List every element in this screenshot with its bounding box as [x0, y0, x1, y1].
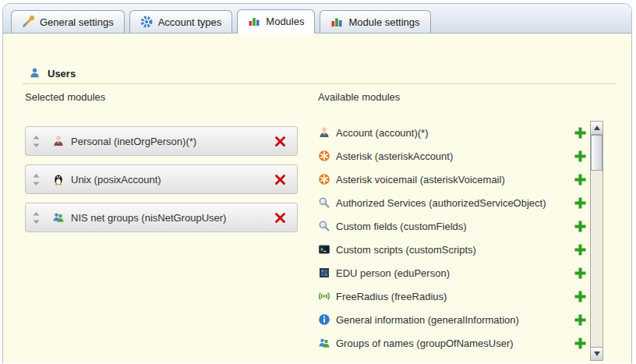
tab-bar: General settings Account types: [3, 4, 631, 34]
available-modules-list: Account (account)(*): [318, 121, 586, 355]
tab-label: General settings: [40, 16, 114, 28]
add-module-button[interactable]: [574, 127, 586, 139]
available-module-label: Groups of names (groupOfNamesUser): [336, 337, 514, 349]
available-module-label: Custom fields (customFields): [336, 221, 467, 232]
available-module-label: Account (account)(*): [336, 127, 429, 139]
tab-label: Module settings: [348, 16, 419, 28]
scroll-down-button[interactable]: [591, 347, 602, 360]
tab-label: Modules: [266, 16, 304, 27]
group-icon: [52, 211, 65, 224]
tab-general-settings[interactable]: General settings: [11, 10, 125, 33]
tab-modules[interactable]: Modules: [237, 9, 315, 34]
selected-module-row: Unix (posixAccount): [25, 164, 298, 194]
available-module-row: Custom fields (customFields): [318, 214, 586, 238]
drag-handle-icon[interactable]: [33, 136, 40, 147]
available-module-label: Asterisk (asteriskAccount): [336, 150, 453, 162]
available-module-row: EDU person (eduPerson): [318, 261, 586, 284]
available-module-label: FreeRadius (freeRadius): [336, 291, 447, 302]
radio-waves-icon: [318, 290, 330, 302]
drag-handle-icon[interactable]: [33, 174, 40, 186]
add-module-button[interactable]: [574, 291, 586, 302]
tab-module-settings[interactable]: Module settings: [320, 10, 430, 33]
tux-icon: [52, 173, 65, 186]
asterisk-icon: [318, 150, 330, 162]
available-module-row: Account (account)(*): [318, 121, 586, 144]
available-module-label: Asterisk voicemail (asteriskVoicemail): [336, 174, 505, 186]
selected-modules-heading: Selected modules: [25, 91, 105, 103]
available-module-label: Custom scripts (customScripts): [336, 244, 476, 256]
add-module-button[interactable]: [574, 337, 586, 349]
users-section-heading: Users: [29, 67, 76, 80]
add-module-button[interactable]: [574, 314, 586, 326]
available-module-row: Groups of names (groupOfNamesUser): [318, 331, 586, 355]
info-icon: [318, 313, 330, 326]
add-module-button[interactable]: [574, 197, 586, 209]
terminal-icon: [318, 243, 330, 256]
arrow-down-icon: [594, 352, 600, 356]
remove-module-button[interactable]: [274, 174, 286, 186]
asterisk-icon: [318, 173, 330, 186]
selected-modules-list: Personal (inetOrgPerson)(*): [25, 126, 298, 241]
account-icon: [318, 126, 330, 139]
selected-module-row: Personal (inetOrgPerson)(*): [25, 126, 298, 156]
available-module-row: General information (generalInformation): [318, 308, 586, 331]
scrollbar-thumb[interactable]: [591, 135, 602, 171]
user-icon: [29, 67, 41, 80]
tools-icon: [22, 16, 34, 28]
add-module-button[interactable]: [574, 267, 586, 279]
magnifier-icon: [318, 196, 330, 209]
person-icon: [52, 135, 65, 147]
gear-icon: [140, 16, 153, 28]
group-icon: [318, 337, 330, 349]
available-module-label: Authorized Services (authorizedServiceOb…: [336, 197, 546, 209]
section-title: Users: [48, 68, 76, 80]
available-module-label: EDU person (eduPerson): [336, 267, 450, 279]
arrow-up-icon: [594, 125, 600, 130]
users-separator: [23, 83, 616, 84]
selected-module-label: Unix (posixAccount): [71, 174, 161, 186]
selected-module-label: Personal (inetOrgPerson)(*): [71, 136, 196, 147]
config-panel: General settings Account types: [2, 3, 632, 363]
tab-label: Account types: [158, 16, 222, 28]
add-module-button[interactable]: [574, 244, 586, 256]
remove-module-button[interactable]: [274, 212, 286, 224]
available-module-row: Custom scripts (customScripts): [318, 238, 586, 261]
add-module-button[interactable]: [574, 174, 586, 186]
add-module-button[interactable]: [574, 150, 586, 162]
drag-handle-icon[interactable]: [33, 212, 40, 224]
selected-module-row: NIS net groups (nisNetGroupUser): [25, 203, 298, 232]
scroll-up-button[interactable]: [591, 122, 602, 135]
available-module-row: Authorized Services (authorizedServiceOb…: [318, 191, 586, 214]
available-modules-heading: Available modules: [318, 91, 400, 103]
module-settings-icon: [330, 16, 343, 28]
available-module-row: Asterisk voicemail (asteriskVoicemail): [318, 168, 586, 191]
available-module-row: Asterisk (asteriskAccount): [318, 144, 586, 168]
lam-configuration-page: General settings Account types: [0, 0, 636, 364]
available-module-label: General information (generalInformation): [336, 314, 519, 326]
add-module-button[interactable]: [574, 221, 586, 232]
selected-module-label: NIS net groups (nisNetGroupUser): [71, 212, 226, 224]
edu-grid-icon: [318, 267, 330, 279]
tab-account-types[interactable]: Account types: [129, 10, 233, 33]
magnifier-icon: [318, 220, 330, 232]
remove-module-button[interactable]: [274, 136, 286, 147]
modules-icon: [248, 15, 260, 27]
available-modules-scrollbar[interactable]: [590, 121, 603, 361]
available-module-row: FreeRadius (freeRadius): [318, 284, 586, 308]
